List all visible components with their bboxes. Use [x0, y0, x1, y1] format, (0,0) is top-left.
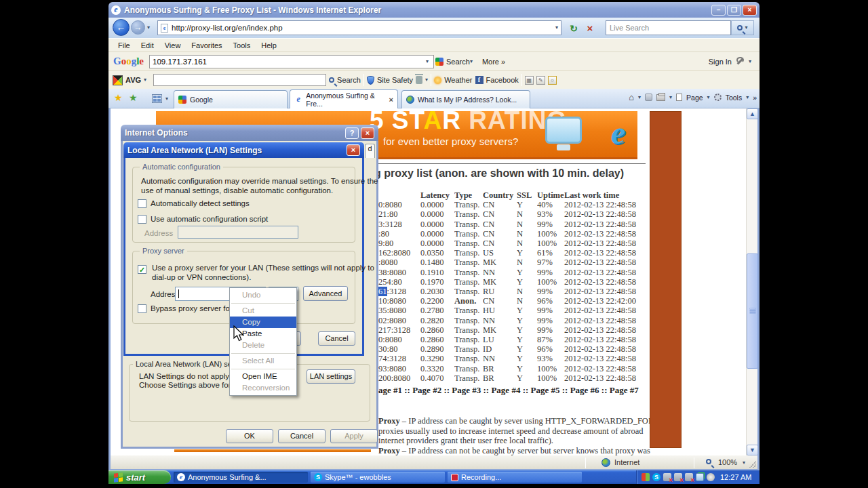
lan-dialog-close-button[interactable]: × [347, 144, 360, 156]
menu-item-edit[interactable]: Edit [136, 41, 159, 49]
pagination-links[interactable]: age #1 :: Page #2 :: Page #3 :: Page #4 … [378, 385, 639, 396]
minimize-button[interactable]: – [711, 5, 726, 16]
scrollbar-thumb[interactable] [747, 253, 758, 369]
tools-menu-button[interactable]: Tools [726, 94, 743, 102]
avg-tray-icon[interactable] [642, 473, 650, 481]
detect-settings-label[interactable]: Automatically detect settings [151, 199, 250, 207]
google-search-dropdown-icon[interactable]: ▾ [470, 59, 473, 64]
vertical-scrollbar[interactable]: ▲ ▼ [746, 108, 757, 455]
search-dropdown-icon[interactable]: ▾ [745, 25, 747, 30]
internet-options-title-bar[interactable]: Internet Options ? × [121, 125, 378, 141]
site-safety-button[interactable]: Site Safety [377, 76, 413, 84]
search-button[interactable]: ▾ [731, 20, 754, 35]
google-search-input[interactable] [149, 55, 434, 68]
menu-item-file[interactable]: File [113, 41, 136, 49]
scroll-down-icon[interactable]: ▼ [747, 445, 758, 455]
back-button[interactable]: ← [113, 19, 130, 36]
calculator-icon[interactable]: ▦ [525, 76, 534, 85]
menu-item-favorites[interactable]: Favorites [186, 41, 227, 49]
advanced-button[interactable]: Advanced [303, 286, 348, 301]
avg-brand-label[interactable]: AVG [125, 76, 141, 84]
google-sign-in-link[interactable]: Sign In [709, 58, 732, 66]
google-more-button[interactable]: More » [482, 58, 505, 66]
favorites-star-icon[interactable]: ★ [114, 93, 123, 102]
google-search-button[interactable]: Search [446, 58, 470, 66]
menu-item-tools[interactable]: Tools [228, 41, 256, 49]
tools-dropdown-icon[interactable]: ▾ [746, 95, 749, 100]
offline-tray-icon[interactable] [685, 473, 693, 481]
home-dropdown-icon[interactable]: ▾ [638, 95, 641, 100]
google-settings-dropdown-icon[interactable]: ▾ [749, 59, 751, 64]
toolbar-overflow-chevron-icon[interactable]: » [753, 94, 757, 102]
print-dropdown-icon[interactable]: ▾ [669, 95, 672, 100]
avg-search-input[interactable] [153, 74, 326, 86]
print-icon[interactable] [656, 94, 665, 101]
history-dropdown-icon[interactable]: ▾ [147, 25, 150, 30]
detect-settings-checkbox[interactable] [138, 199, 146, 208]
taskbar-task-skype[interactable]: S Skype™ - ewobbles [311, 472, 445, 483]
internet-options-close-button[interactable]: × [361, 127, 374, 139]
menu-item-help[interactable]: Help [256, 41, 282, 49]
bypass-proxy-label[interactable]: Bypass proxy server fo [151, 304, 230, 312]
use-proxy-label-2[interactable]: dial-up or VPN connections). [152, 273, 251, 281]
taskbar-task-proxy-list[interactable]: e Anonymous Surfing &... [174, 472, 308, 483]
context-menu-item-open-ime[interactable]: Open IME [230, 371, 296, 382]
address-url[interactable]: http://proxy-list.org/en/index.php [172, 24, 283, 32]
page-menu-button[interactable]: Page [686, 94, 703, 102]
use-proxy-label-1[interactable]: Use a proxy server for your LAN (These s… [152, 264, 374, 272]
home-icon[interactable]: ⌂ [629, 93, 634, 102]
ok-button[interactable]: OK [226, 429, 273, 443]
page-dropdown-icon[interactable]: ▾ [707, 95, 710, 100]
close-button[interactable]: × [743, 5, 757, 16]
auto-script-label[interactable]: Use automatic configuration script [151, 215, 268, 223]
quick-tabs-icon[interactable] [152, 94, 162, 103]
help-button[interactable]: ? [345, 127, 359, 139]
tab-what-is-my-ip[interactable]: What Is My IP Address? Look... [401, 90, 530, 108]
scroll-up-icon[interactable]: ▲ [747, 108, 758, 119]
trash-icon[interactable] [416, 76, 422, 84]
forward-button[interactable]: → [131, 20, 145, 35]
resize-grip[interactable] [749, 461, 756, 468]
google-input-dropdown-icon[interactable]: ▾ [426, 59, 429, 64]
stop-button[interactable]: × [583, 20, 597, 35]
menu-item-view[interactable]: View [159, 41, 186, 49]
add-favorite-star-icon[interactable]: ★ [129, 93, 138, 102]
tab-google[interactable]: Google [174, 90, 288, 108]
zoom-dropdown-icon[interactable]: ▾ [743, 460, 745, 466]
taskbar-task-recording[interactable]: Recording... [448, 472, 582, 483]
script-address-input[interactable] [178, 226, 298, 239]
lan-dialog-title-bar[interactable]: Local Area Network (LAN) Settings × [123, 142, 364, 158]
use-proxy-checkbox[interactable]: ✓ [138, 265, 146, 274]
address-bar[interactable]: e http://proxy-list.org/en/index.php ▾ [157, 20, 561, 35]
cancel-button[interactable]: Cancel [278, 429, 326, 443]
refresh-button[interactable]: ↻ [567, 20, 580, 35]
avg-search-button[interactable]: Search [337, 76, 361, 84]
start-button[interactable]: start [108, 470, 171, 484]
sidebar-ad[interactable] [650, 111, 682, 448]
advanced-tab-fragment[interactable]: d [365, 144, 375, 158]
auto-script-checkbox[interactable] [138, 215, 146, 224]
restore-button[interactable]: ❐ [727, 5, 741, 16]
magnifier-icon[interactable]: ○ [548, 76, 557, 85]
notepad-icon[interactable]: ✎ [536, 76, 545, 85]
live-search-input[interactable]: Live Search [606, 20, 731, 35]
avg-dropdown-icon[interactable]: ▾ [144, 77, 146, 83]
facebook-button[interactable]: Facebook [486, 76, 519, 84]
feed-icon[interactable] [645, 94, 652, 101]
network-tray-icon[interactable] [696, 473, 704, 481]
offline-tray-icon[interactable] [674, 473, 682, 481]
tab-list-dropdown-icon[interactable]: ▾ [165, 96, 168, 102]
tab-close-icon[interactable]: × [389, 96, 393, 104]
wrench-icon[interactable] [736, 57, 745, 66]
apply-button[interactable]: Apply [330, 429, 378, 443]
address-dropdown-icon[interactable]: ▾ [555, 25, 558, 30]
tab-active-proxy-list[interactable]: e Anonymous Surfing & Fre... × [290, 89, 398, 108]
zoom-level[interactable]: 100% [718, 458, 737, 466]
lan-settings-button[interactable]: LAN settings [307, 369, 355, 384]
trash-dropdown-icon[interactable]: ▾ [425, 77, 428, 83]
lan-cancel-button[interactable]: Cancel [318, 331, 355, 346]
weather-button[interactable]: Weather [444, 76, 472, 84]
skype-tray-icon[interactable]: S [652, 473, 660, 481]
bypass-proxy-checkbox[interactable] [138, 304, 146, 313]
offline-tray-icon[interactable] [663, 473, 671, 481]
